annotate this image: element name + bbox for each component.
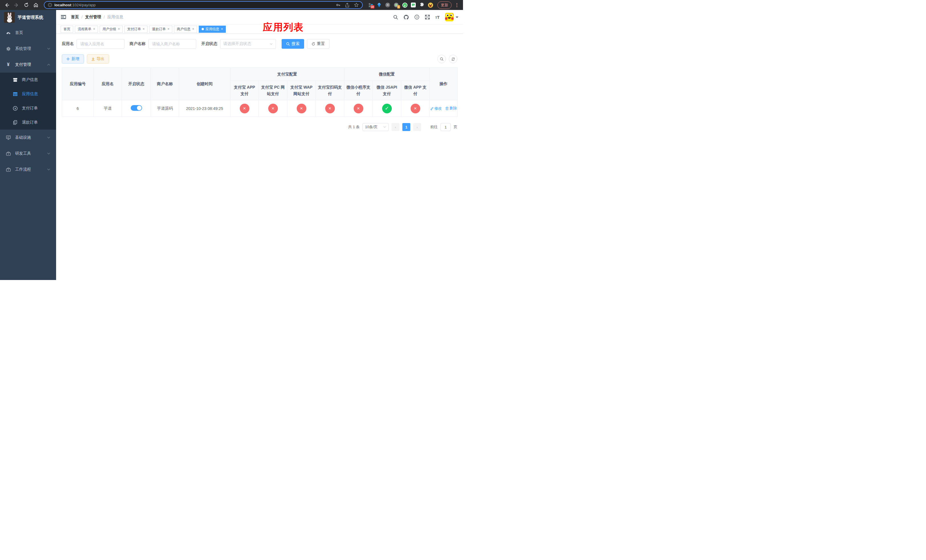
ext-circle-icon[interactable]: 1 — [393, 2, 399, 8]
ext-y-icon[interactable]: y — [402, 2, 407, 8]
col-merchant-name: 商户名称 — [151, 68, 179, 100]
ext-grid-icon[interactable]: 10 — [368, 2, 373, 8]
site-info-icon[interactable] — [48, 3, 52, 7]
ext-command-icon[interactable]: ⌘ — [385, 2, 390, 8]
sidebar-item-pay-order[interactable]: ¥ 支付订单 — [0, 101, 56, 115]
tab-process-form[interactable]: 流程表单× — [75, 26, 98, 33]
sidebar-item-app-info[interactable]: 应用信息 — [0, 87, 56, 101]
reload-icon[interactable] — [22, 1, 30, 9]
sidebar-item-label: 系统管理 — [15, 46, 31, 51]
pay-status-icon: × — [411, 104, 420, 114]
close-icon[interactable]: × — [93, 27, 95, 31]
fullscreen-icon[interactable] — [425, 15, 430, 20]
enabled-toggle[interactable] — [131, 105, 142, 111]
col-action: 操作 — [430, 68, 458, 100]
col-group-wechat: 微信配置 — [344, 68, 430, 81]
sidebar-item-payment[interactable]: ¥ 支付管理 — [0, 57, 56, 73]
browser-update-button[interactable]: 更新 — [437, 2, 452, 9]
sidebar-item-refund-order[interactable]: 退款订单 — [0, 115, 56, 130]
sidebar-item-system[interactable]: 系统管理 — [0, 41, 56, 57]
sidebar-item-label: 基础设施 — [15, 135, 31, 140]
briefcase-icon — [6, 168, 11, 172]
tab-pay-order[interactable]: 支付订单× — [124, 26, 147, 33]
caret-down-icon — [455, 17, 458, 20]
trash-icon — [445, 106, 449, 110]
refresh-table-button[interactable] — [449, 55, 457, 63]
page-number-button[interactable]: 1 — [402, 123, 410, 131]
total-count: 共 1 条 — [348, 124, 360, 130]
browser-menu-icon[interactable] — [455, 3, 459, 7]
extensions-puzzle-icon[interactable] — [419, 2, 425, 8]
col-group-alipay: 支付宝配置 — [230, 68, 344, 81]
col-alipay-app: 支付宝 APP 支付 — [230, 81, 259, 100]
edit-link[interactable]: 修改 — [430, 106, 442, 111]
app-name-label: 应用名 — [62, 41, 74, 47]
forward-icon[interactable] — [12, 1, 21, 9]
dashboard-icon — [6, 30, 11, 35]
col-alipay-pc: 支付宝 PC 网站支付 — [259, 81, 287, 100]
close-icon[interactable]: × — [143, 27, 145, 31]
page-size-select[interactable]: 10条/页 — [363, 123, 389, 131]
close-icon[interactable]: × — [192, 27, 194, 31]
merchant-name-label: 商户名称 — [130, 41, 145, 47]
header-search-icon[interactable] — [393, 15, 398, 20]
app-title: 芋道管理系统 — [18, 15, 43, 20]
chevron-down-icon — [47, 136, 50, 139]
bookmark-star-icon[interactable] — [354, 3, 359, 8]
breadcrumb-section[interactable]: 支付管理 — [85, 15, 101, 20]
page-title-annotation: 应用列表 — [263, 21, 304, 34]
close-icon[interactable]: × — [221, 27, 223, 31]
password-key-icon[interactable] — [336, 3, 340, 8]
home-icon[interactable] — [32, 1, 40, 9]
tab-merchant-info[interactable]: 商户信息× — [174, 26, 197, 33]
refresh-icon — [451, 57, 455, 61]
url-text[interactable]: localhost:1024/pay/app — [54, 3, 96, 7]
open-status-select[interactable]: 请选择开启状态 — [220, 39, 276, 49]
yen-circle-icon: ¥ — [12, 106, 18, 111]
tab-user-group[interactable]: 用户分组× — [100, 26, 123, 33]
sidebar-item-label: 退款订单 — [22, 120, 38, 125]
sidebar-item-home[interactable]: 首页 — [0, 25, 56, 41]
back-icon[interactable] — [3, 1, 11, 9]
sidebar-item-workflow[interactable]: 工作流程 — [0, 162, 56, 177]
sidebar-item-label: 商户信息 — [22, 77, 38, 82]
github-icon[interactable] — [404, 15, 409, 20]
search-button[interactable]: 搜索 — [281, 39, 304, 49]
toggle-search-button[interactable] — [437, 55, 446, 63]
export-button[interactable]: 导出 — [87, 54, 109, 64]
font-size-icon[interactable]: TT — [436, 15, 440, 20]
breadcrumb-home[interactable]: 首页 — [71, 15, 79, 20]
add-button[interactable]: 新增 — [62, 54, 84, 64]
tab-app-info[interactable]: 应用信息× — [199, 26, 226, 33]
user-avatar[interactable] — [445, 13, 458, 21]
tab-home[interactable]: 首页 — [61, 26, 73, 33]
profile-emoji-avatar[interactable] — [428, 2, 433, 8]
help-icon[interactable]: ? — [414, 15, 419, 20]
ext-chat-icon[interactable] — [411, 2, 416, 8]
tag-views-bar: 首页 流程表单× 用户分组× 支付订单× 退款订单× 商户信息× 应用信息× — [56, 24, 463, 34]
gear-icon — [6, 47, 11, 51]
sidebar-item-label: 应用信息 — [22, 91, 38, 97]
sidebar-item-dev-tools[interactable]: 研发工具 — [0, 145, 56, 162]
sidebar-collapse-icon[interactable] — [61, 15, 67, 20]
share-icon[interactable] — [345, 3, 350, 8]
app-logo[interactable]: 芋道管理系统 — [0, 10, 56, 25]
url-bar[interactable]: localhost:1024/pay/app — [44, 1, 363, 9]
next-page-button[interactable]: › — [413, 123, 421, 131]
ext-gem-icon[interactable] — [377, 2, 382, 8]
sidebar-item-infrastructure[interactable]: 基础设施 — [0, 130, 56, 145]
ext-grid-badge: 10 — [371, 5, 374, 9]
prev-page-button[interactable]: ‹ — [392, 123, 399, 131]
sidebar-item-merchant-info[interactable]: 商户信息 — [0, 73, 56, 87]
goto-page-input[interactable] — [440, 123, 451, 131]
merchant-name-input[interactable] — [148, 39, 196, 49]
col-alipay-qr: 支付宝扫码支付 — [316, 81, 344, 100]
reset-button[interactable]: 重置 — [307, 39, 330, 49]
delete-link[interactable]: 删除 — [445, 106, 457, 111]
tab-refund-order[interactable]: 退款订单× — [149, 26, 172, 33]
chevron-up-icon — [47, 63, 50, 67]
close-icon[interactable]: × — [118, 27, 120, 31]
table-toolbar: 新增 导出 — [62, 54, 457, 64]
app-name-input[interactable] — [77, 39, 124, 49]
close-icon[interactable]: × — [168, 27, 169, 31]
